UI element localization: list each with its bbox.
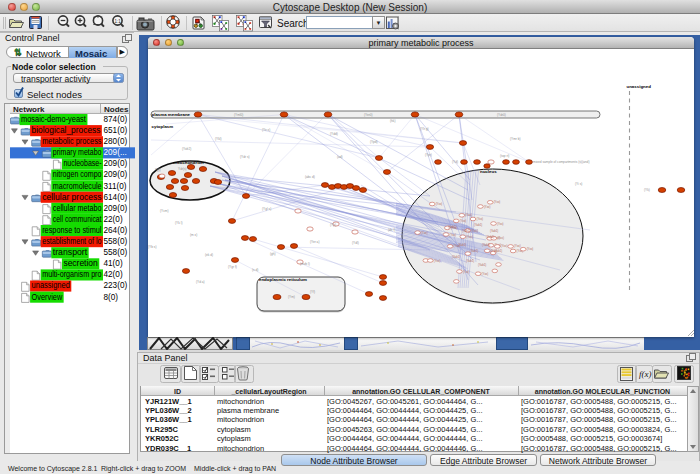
svg-text:(Yxx): (Yxx) [484,205,491,209]
svg-text:264(0): 264(0) [104,226,128,235]
svg-text:(Yxx): (Yxx) [527,247,534,251]
svg-text:(Yab1): (Yab1) [478,263,486,267]
svg-text:209(...: 209(... [104,148,127,157]
svg-text:(Yolr2): (Yolr2) [182,147,191,151]
svg-text:(abc d): (abc d) [305,175,315,179]
svg-text:nucleus: nucleus [480,169,497,174]
svg-text:(Yab1): (Yab1) [486,235,494,239]
svg-text:(Ycm): (Ycm) [160,209,169,213]
svg-text:(Ye x): (Ye x) [262,128,270,132]
svg-text:cell communicat: cell communicat [53,215,102,224]
svg-text:endoplasmic reticulum: endoplasmic reticulum [259,277,307,282]
svg-text:311(0): 311(0) [104,182,127,191]
svg-text:secretion: secretion [63,259,98,268]
svg-text:(Ymr b): (Ymr b) [510,137,521,141]
svg-text:(mvb l): (mvb l) [300,262,310,266]
svg-text:(Yxx): (Yxx) [497,236,504,240]
svg-text:(Yxx): (Yxx) [463,270,470,274]
svg-text:(Yd): (Yd) [452,160,458,164]
svg-text:Ydr(s): Ydr(s) [178,167,187,171]
svg-text:mosaic-demo-yeast: mosaic-demo-yeast [21,115,87,124]
svg-text:f(x): f(x) [639,369,652,379]
svg-text:(Yxx): (Yxx) [465,213,472,217]
svg-text:(top rt): (top rt) [500,154,509,158]
svg-text:558(0): 558(0) [104,248,128,257]
svg-text:(Yxx): (Yxx) [501,244,508,248]
svg-text:(Yab1): (Yab1) [452,255,460,259]
svg-text:(Yer a): (Yer a) [310,240,319,244]
svg-text:unassigned: unassigned [627,84,652,89]
svg-text:(s d): (s d) [252,268,258,272]
svg-text:(Ypd): (Ypd) [370,140,378,144]
svg-text:(Yxx): (Yxx) [482,272,489,276]
svg-text:(Yab1): (Yab1) [474,223,482,227]
svg-text:42(0): 42(0) [104,270,123,279]
svg-text:(Yab1): (Yab1) [494,249,502,253]
svg-text:(Yi s): (Yi s) [575,182,582,186]
svg-text:(Ydr0): (Ydr0) [497,113,506,117]
svg-text:(Yab1): (Yab1) [448,225,456,229]
svg-text:biological_process: biological_process [32,126,101,135]
svg-text:(Yd a): (Yd a) [196,280,205,284]
svg-text:(Yab1): (Yab1) [466,259,474,263]
svg-text:(Yb s): (Yb s) [148,245,157,249]
svg-text:transport: transport [53,248,88,257]
svg-text:280(0): 280(0) [104,137,128,146]
svg-text:874(0): 874(0) [104,115,128,124]
svg-text:(Ypr): (Ypr) [425,153,432,157]
svg-text:(Yml0): (Yml0) [234,113,243,117]
svg-text:(Yk l): (Yk l) [175,221,182,225]
svg-text:(Yab1): (Yab1) [482,243,490,247]
svg-text:(Yxx): (Yxx) [434,259,441,263]
svg-text:multi-organism pro: multi-organism pro [42,270,102,279]
svg-text:(hk): (hk) [390,119,396,123]
svg-text:(Yxx): (Yxx) [497,222,504,226]
svg-text:(Yab1): (Yab1) [462,229,470,233]
svg-text:(Ydl): (Ydl) [352,241,359,245]
svg-text:mitochondrion: mitochondrion [173,160,204,165]
svg-text:mixed sample of compartments (: mixed sample of compartments (s) [533,160,582,164]
svg-text:209(0): 209(0) [104,170,128,179]
svg-text:614(0): 614(0) [104,193,128,202]
svg-text:41(0): 41(0) [104,259,123,268]
svg-text:(Ydd): (Ydd) [330,132,338,136]
svg-text:22(0): 22(0) [104,215,123,224]
svg-text:(Yxx): (Yxx) [436,202,443,206]
svg-text:(m x): (m x) [190,233,197,237]
svg-text:(Yxx): (Yxx) [421,231,428,235]
svg-text:primary metabo: primary metabo [53,148,102,157]
svg-text:cytoplasm: cytoplasm [152,124,174,129]
svg-text:(Yjr): (Yjr) [330,223,336,227]
svg-text:223(0): 223(0) [104,281,128,290]
svg-text:macromolecule: macromolecule [53,182,102,191]
svg-text:(ad): (ad) [337,155,343,159]
svg-text:(Yab1): (Yab1) [458,243,466,247]
svg-text:response to stimul: response to stimul [42,226,101,235]
svg-text:(Ym): (Ym) [288,295,295,299]
svg-text:(Yxx): (Yxx) [466,235,473,239]
svg-text:651(0): 651(0) [104,126,128,135]
svg-text:plasma membrane: plasma membrane [152,112,191,117]
svg-text:558(0): 558(0) [104,237,128,246]
svg-text:(Yab1): (Yab1) [490,229,498,233]
svg-text:(gh): (gh) [270,252,276,256]
svg-text:209(0): 209(0) [104,204,128,213]
svg-text:metabolic process: metabolic process [42,137,101,146]
svg-text:Overview: Overview [32,293,63,302]
svg-text:(Yxx): (Yxx) [494,200,501,204]
svg-text:(Yxx): (Yxx) [450,233,457,237]
svg-text:establishment of lo: establishment of lo [42,237,102,246]
svg-text:(Yab1): (Yab1) [470,249,478,253]
svg-text:209(0): 209(0) [104,159,128,168]
svg-text:(Yxx): (Yxx) [471,229,478,233]
svg-text:(Yxx): (Yxx) [514,244,521,248]
svg-text:cellular process: cellular process [42,193,101,202]
svg-text:(ek d): (ek d) [205,253,213,257]
svg-text:cellular metabo: cellular metabo [53,204,102,213]
svg-text:Yj(l): Yj(l) [155,168,161,172]
svg-text:(Yxx): (Yxx) [477,217,484,221]
svg-text:(Ylr g): (Ylr g) [420,127,429,131]
svg-text:(and): (and) [582,160,589,164]
svg-text:nitrogen compo: nitrogen compo [53,170,102,179]
svg-text:(Ygr f): (Ygr f) [228,265,237,269]
